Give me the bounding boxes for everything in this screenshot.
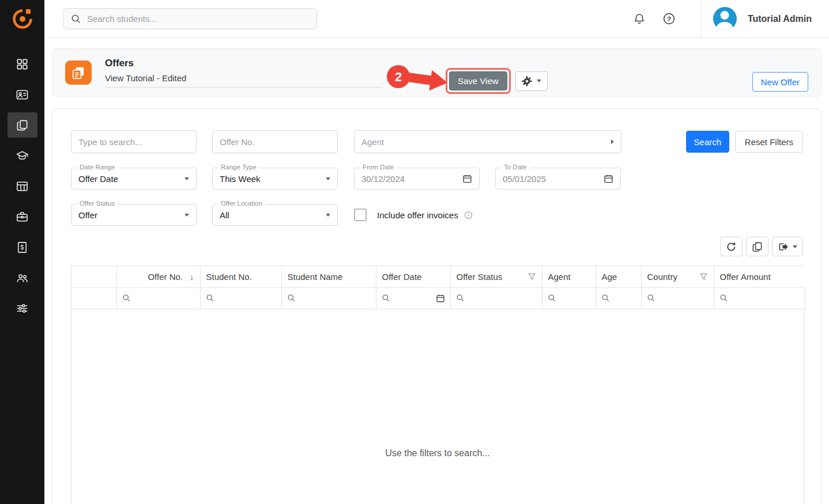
settings-sliders-icon [16, 302, 29, 315]
copy-button[interactable] [746, 237, 768, 256]
sidebar-item-agents[interactable] [7, 265, 37, 290]
courses-icon [16, 149, 29, 162]
filter-cell-offer-amount[interactable] [714, 287, 805, 309]
sidebar-item-offers[interactable] [7, 112, 37, 138]
view-name-field[interactable]: View Tutorial - Edited [105, 73, 382, 88]
sidebar-item-board[interactable] [7, 173, 37, 199]
column-header-student-name[interactable]: Student Name [281, 266, 376, 287]
range-type-select[interactable]: Range Type This Week [212, 168, 338, 190]
filter-icon[interactable] [699, 272, 708, 281]
global-search[interactable] [63, 8, 317, 29]
agents-icon [16, 271, 29, 285]
filter-cell-offer-date[interactable] [376, 287, 450, 309]
notifications-button[interactable] [629, 9, 650, 29]
column-label: Student No. [206, 272, 252, 282]
range-type-value: This Week [220, 174, 321, 184]
sidebar-item-dashboard[interactable] [7, 51, 37, 77]
date-range-value: Offer Date [78, 174, 180, 184]
help-button[interactable]: ? [659, 9, 680, 29]
offers-doc-icon [71, 65, 86, 80]
sort-desc-icon: ↓ [190, 272, 194, 282]
sidebar-item-invoices[interactable]: $ [7, 234, 37, 260]
invoices-icon: $ [16, 241, 29, 254]
from-date-field[interactable]: From Date 30/12/2024 [354, 168, 480, 190]
column-label: Offer No. [148, 272, 183, 282]
offer-location-select[interactable]: Offer Location All [212, 204, 338, 226]
sidebar-item-students[interactable] [7, 82, 37, 107]
sidebar-item-courses[interactable] [7, 143, 37, 168]
view-settings-button[interactable] [515, 71, 548, 91]
agent-input[interactable] [361, 137, 606, 147]
calendar-icon[interactable] [436, 294, 445, 303]
filter-cell-rownum [71, 287, 116, 309]
column-header-student-no[interactable]: Student No. [200, 266, 281, 287]
keyword-search-input[interactable] [71, 130, 197, 153]
column-header-age[interactable]: Age [596, 266, 641, 287]
help-icon: ? [662, 12, 676, 25]
new-offer-button[interactable]: New Offer [752, 72, 808, 92]
column-label: Student Name [288, 272, 343, 282]
sidebar-item-settings[interactable] [7, 295, 37, 321]
info-icon[interactable] [464, 211, 473, 219]
chevron-down-icon [537, 79, 541, 82]
annotation-number: 2 [395, 70, 402, 84]
include-invoices-group: Include offer invoices [354, 209, 473, 221]
column-header-rownum [71, 266, 116, 287]
date-range-select[interactable]: Date Range Offer Date [71, 168, 197, 190]
filter-cell-country[interactable] [641, 287, 714, 309]
offer-location-value: All [220, 210, 321, 220]
to-date-field[interactable]: To Date 05/01/2025 [495, 168, 621, 190]
refresh-button[interactable] [720, 237, 743, 256]
chevron-down-icon [184, 214, 189, 217]
filter-cell-offer-no[interactable] [116, 287, 200, 309]
column-header-country[interactable]: Country [641, 266, 714, 287]
filter-cell-offer-status[interactable] [450, 287, 542, 309]
filter-cell-student-no[interactable] [200, 287, 281, 309]
filter-cell-student-name[interactable] [281, 287, 376, 309]
calendar-icon[interactable] [604, 174, 613, 184]
export-button[interactable] [772, 237, 803, 256]
filter-cell-age[interactable] [596, 287, 641, 309]
from-date-label: From Date [360, 164, 397, 170]
search-icon [456, 294, 465, 302]
calendar-icon[interactable] [462, 174, 472, 184]
save-view-button[interactable]: Save View [449, 71, 507, 90]
from-date-value: 30/12/2024 [361, 174, 458, 184]
sidebar-item-services[interactable] [7, 204, 37, 229]
grid-toolbar [71, 237, 803, 256]
brand-logo[interactable] [0, 0, 44, 37]
include-invoices-checkbox[interactable] [354, 209, 367, 221]
bell-icon [633, 13, 646, 25]
to-date-label: To Date [501, 164, 530, 170]
user-menu[interactable]: Tutorial Admin [701, 0, 829, 37]
column-header-offer-amount[interactable]: Offer Amount [714, 266, 805, 287]
offer-no-input[interactable] [212, 130, 338, 153]
filter-cell-agent[interactable] [542, 287, 596, 309]
column-header-offer-date[interactable]: Offer Date [376, 266, 450, 287]
offer-status-select[interactable]: Offer Status Offer [71, 204, 197, 226]
search-icon [287, 294, 296, 302]
filter-icon[interactable] [527, 272, 536, 281]
annotation-step-arrow: 2 [386, 64, 453, 94]
search-icon [601, 294, 610, 302]
filter-row-1: Search Reset Filters [71, 130, 803, 153]
offer-status-label: Offer Status [77, 200, 118, 207]
search-icon [382, 294, 390, 302]
search-icon [647, 294, 655, 302]
search-button[interactable]: Search [686, 131, 729, 153]
user-name: Tutorial Admin [748, 14, 812, 24]
column-header-offer-status[interactable]: Offer Status [450, 266, 542, 287]
topbar: ? Tutorial Admin [44, 0, 829, 38]
column-header-offer-no[interactable]: Offer No. ↓ [116, 266, 200, 287]
dashboard-icon [16, 58, 29, 71]
global-search-input[interactable] [87, 14, 310, 24]
students-icon [16, 88, 29, 101]
column-header-agent[interactable]: Agent [542, 266, 596, 287]
search-icon [206, 294, 214, 302]
column-label: Agent [548, 272, 571, 282]
agent-select[interactable] [354, 130, 621, 153]
column-label: Age [602, 272, 617, 282]
reset-filters-button[interactable]: Reset Filters [735, 131, 803, 153]
grid-header-row: Offer No. ↓ Student No. Student Name Off… [71, 266, 805, 287]
refresh-icon [726, 241, 737, 252]
